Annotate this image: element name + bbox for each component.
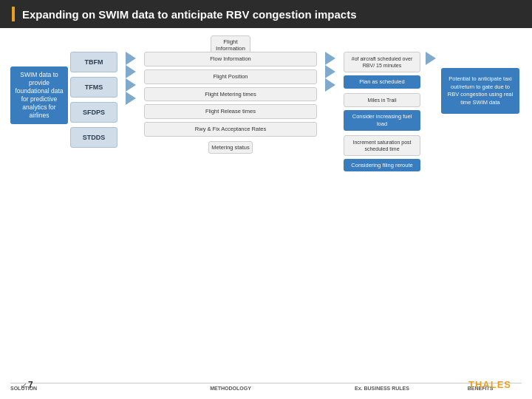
br-item-2: Miles in Trail bbox=[344, 93, 420, 107]
page-number-area: ↙ 7 bbox=[21, 380, 33, 390]
br-item-1: #of aircraft scheduled over RBV/ 15 minu… bbox=[344, 52, 420, 72]
footer-row: SOLUTION METHODOLOGY Ex. BUSINESS RULES … bbox=[10, 383, 522, 391]
method-rwy-fix: Rwy & Fix Acceptance Rates bbox=[144, 122, 317, 137]
main-content: Flight Information SWIM data to provide … bbox=[0, 28, 532, 399]
page-number: 7 bbox=[28, 380, 33, 390]
system-STDDS: STDDS bbox=[70, 127, 117, 148]
system-TBFM: TBFM bbox=[70, 52, 117, 72]
arrow-5 bbox=[325, 52, 335, 65]
arrow-1 bbox=[126, 52, 136, 65]
biz-decision-3: Increment saturation post scheduled time… bbox=[344, 135, 420, 172]
swim-label: SWIM data to provide foundational data f… bbox=[10, 66, 68, 124]
arrow-2 bbox=[126, 65, 136, 78]
page: Expanding on SWIM data to anticipate RBV… bbox=[0, 0, 532, 399]
arrows-2-column bbox=[319, 52, 341, 92]
footer-bizrules: Ex. BUSINESS RULES bbox=[341, 386, 423, 391]
decision-3: Considering filing reroute bbox=[344, 159, 420, 172]
arrows-1-column bbox=[120, 52, 142, 105]
method-flow-info: Flow Information bbox=[144, 52, 317, 66]
systems-column: TBFM TFMS SFDPS STDDS bbox=[68, 52, 120, 148]
arrow-7 bbox=[325, 78, 335, 92]
method-flight-metering: Flight Metering times bbox=[144, 87, 317, 102]
method-flight-release: Flight Release times bbox=[144, 104, 317, 119]
biz-decision-2: Miles in Trail Consider increasing fuel … bbox=[344, 93, 420, 131]
benefits-column: Potential to anticipate taxi out/return … bbox=[439, 52, 522, 114]
decision-1: Plan as scheduled bbox=[344, 75, 420, 89]
flight-info-line2: Information bbox=[216, 45, 245, 52]
metering-status: Metering status bbox=[208, 141, 252, 154]
arrow-6 bbox=[325, 65, 335, 78]
decision-2: Consider increasing fuel load bbox=[344, 110, 420, 131]
footer-solution: SOLUTION bbox=[10, 386, 68, 391]
diagram-container: Flight Information SWIM data to provide … bbox=[10, 35, 522, 395]
page-num-icon: ↙ bbox=[21, 381, 27, 389]
system-SFDPS: SFDPS bbox=[70, 102, 117, 123]
swim-label-cell: SWIM data to provide foundational data f… bbox=[10, 52, 68, 124]
diagram-grid: Flight Information SWIM data to provide … bbox=[10, 35, 522, 395]
system-TFMS: TFMS bbox=[70, 77, 117, 98]
arrow-4 bbox=[126, 92, 136, 105]
footer-methodology: METHODOLOGY bbox=[142, 386, 319, 391]
thales-text: THALES bbox=[468, 379, 511, 390]
method-flight-position: Flight Position bbox=[144, 69, 317, 84]
methodology-column: Flow Information Flight Position Flight … bbox=[142, 52, 319, 154]
arrows-3-column bbox=[423, 52, 439, 65]
thales-logo: THALES bbox=[468, 379, 511, 390]
header-title: Expanding on SWIM data to anticipate RBV… bbox=[22, 8, 357, 21]
bizrules-column: #of aircraft scheduled over RBV/ 15 minu… bbox=[341, 52, 423, 171]
benefit-box: Potential to anticipate taxi out/return … bbox=[441, 68, 519, 114]
header-accent bbox=[12, 7, 15, 21]
br-item-3: Increment saturation post scheduled time bbox=[344, 135, 420, 156]
arrow-3 bbox=[126, 78, 136, 92]
arrow-8 bbox=[426, 52, 436, 65]
biz-decision-1: #of aircraft scheduled over RBV/ 15 minu… bbox=[344, 52, 420, 89]
header: Expanding on SWIM data to anticipate RBV… bbox=[0, 0, 532, 28]
flight-info-line1: Flight bbox=[216, 38, 245, 45]
bizrules-decisions: #of aircraft scheduled over RBV/ 15 minu… bbox=[344, 52, 420, 171]
